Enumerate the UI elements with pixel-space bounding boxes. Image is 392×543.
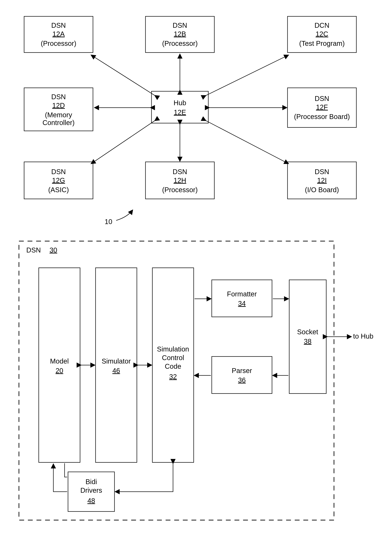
node-12a-sub: (Processor)	[41, 40, 76, 47]
node-12d-sub1: (Memory	[45, 111, 72, 119]
dsn-30-ref: 30	[50, 246, 57, 254]
bidi-l1: Bidi	[86, 478, 97, 486]
node-12d-title: DSN	[51, 93, 66, 101]
svg-line-2	[206, 55, 288, 96]
scc-l3: Code	[165, 362, 181, 370]
model-title: Model	[50, 357, 69, 365]
node-12c-sub: (Test Program)	[299, 40, 345, 47]
node-12i-title: DSN	[315, 168, 329, 175]
node-12f-sub: (Processor Board)	[294, 113, 350, 120]
node-12g-ref: 12G	[52, 176, 65, 184]
node-12h-title: DSN	[173, 168, 187, 175]
node-12b-sub: (Processor)	[162, 40, 198, 47]
scc-ref: 32	[169, 373, 177, 380]
svg-line-7	[206, 121, 288, 164]
figure-ref-10: 10	[105, 218, 112, 226]
node-12h-sub: (Processor)	[162, 186, 198, 194]
node-12g-sub: (ASIC)	[48, 186, 69, 194]
scc-l1: Simulation	[157, 345, 189, 353]
box-formatter	[212, 280, 272, 317]
box-socket	[289, 280, 326, 394]
hub-title: Hub	[174, 99, 186, 107]
sim-title: Simulator	[102, 357, 131, 365]
figure-ref-arrow	[116, 210, 133, 221]
socket-ref: 38	[304, 338, 312, 345]
model-ref: 20	[56, 367, 63, 374]
node-12c-ref: 12C	[316, 30, 328, 38]
node-12f-ref: 12F	[316, 103, 328, 111]
node-12g-title: DSN	[51, 168, 66, 175]
socket-title: Socket	[297, 328, 318, 336]
node-12a-ref: 12A	[52, 30, 65, 38]
svg-line-5	[91, 121, 155, 164]
node-12b-title: DSN	[173, 22, 187, 29]
scc-l2: Control	[162, 354, 184, 362]
bidi-l2: Drivers	[80, 486, 102, 494]
formatter-ref: 34	[238, 300, 246, 307]
formatter-title: Formatter	[227, 290, 257, 298]
parser-ref: 36	[238, 376, 246, 384]
dsn-30-label: DSN	[26, 246, 41, 254]
node-12a-title: DSN	[51, 22, 66, 29]
box-model	[39, 268, 80, 462]
hub-ref: 12E	[174, 108, 186, 116]
node-12d-ref: 12D	[52, 102, 65, 109]
box-simulator	[95, 268, 137, 462]
node-12e-hub	[151, 91, 208, 123]
node-12i-sub: (I/O Board)	[305, 186, 339, 194]
node-12c-title: DCN	[314, 22, 330, 29]
parser-title: Parser	[232, 367, 252, 374]
sim-ref: 46	[112, 367, 120, 374]
node-12h-ref: 12H	[174, 176, 186, 184]
node-12b-ref: 12B	[174, 30, 186, 38]
box-parser	[212, 356, 272, 394]
bidi-ref: 48	[87, 497, 95, 504]
svg-line-0	[91, 55, 155, 96]
to-hub-label: to Hub	[353, 332, 373, 340]
node-12f-title: DSN	[315, 95, 329, 102]
diagram-root: DSN 12A (Processor) DSN 12B (Processor) …	[0, 0, 392, 543]
node-12i-ref: 12I	[317, 176, 327, 184]
node-12d-sub2: Controller)	[43, 119, 75, 126]
